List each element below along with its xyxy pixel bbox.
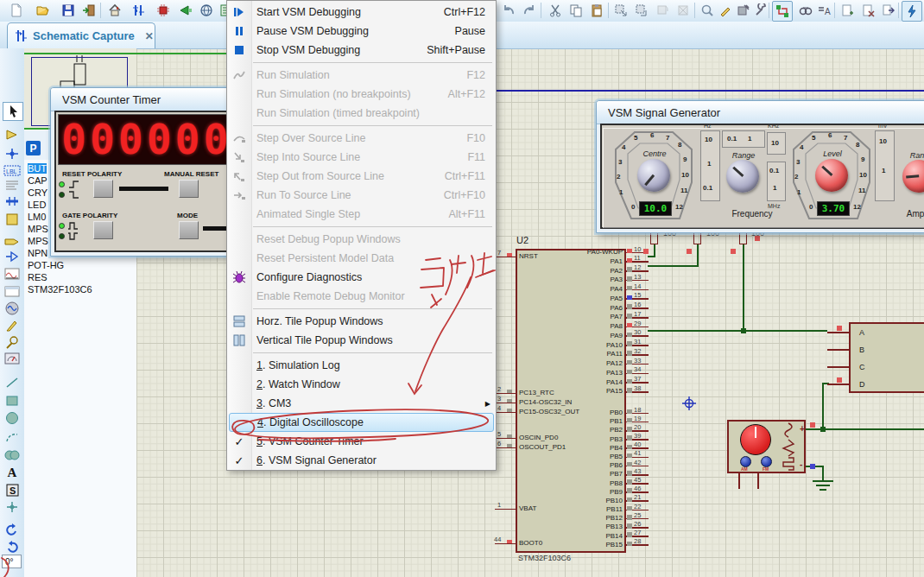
centre-label: Centre (624, 149, 685, 158)
siggen-window-titlebar[interactable]: VSM Signal Generator (597, 101, 924, 124)
remove-sheet-icon[interactable] (858, 1, 877, 20)
redo-icon[interactable] (520, 1, 539, 20)
menu-item-reset-persistent-model-data[interactable]: Reset Persistent Model Data (227, 249, 496, 268)
rotation-angle-field[interactable]: 0° (2, 555, 22, 568)
rotate-clockwise-icon[interactable] (3, 522, 22, 539)
zoom-icon[interactable] (698, 1, 717, 20)
rotate-anticlockwise-icon[interactable] (3, 539, 22, 556)
menu-item-reset-debug-popup-windows[interactable]: Reset Debug Popup Windows (227, 230, 496, 249)
pcb-layout-icon[interactable] (154, 1, 173, 20)
menu-item-step-over[interactable]: Step Over Source LineF10 (227, 129, 496, 148)
menu-item-enable-remote-debug-monitor[interactable]: Enable Remote Debug Monitor (227, 287, 496, 306)
mode-button[interactable] (179, 221, 199, 239)
web-icon[interactable] (197, 1, 216, 20)
tape-recorder-icon[interactable] (3, 282, 22, 300)
2d-path-icon[interactable] (3, 447, 22, 464)
menu-item-vsm-signal-generator[interactable]: ✓ 6. VSM Signal Generator (227, 451, 496, 470)
2d-circle-icon[interactable] (3, 409, 22, 427)
copy-icon[interactable] (566, 1, 585, 20)
centre-knob[interactable] (637, 159, 670, 192)
save-icon[interactable] (59, 1, 78, 20)
new-sheet-icon[interactable] (838, 1, 857, 20)
pick-devices-button[interactable]: P (26, 141, 41, 155)
menu-item-step-into[interactable]: Step Into Source LineF11 (227, 148, 496, 167)
bus-mode-icon[interactable] (3, 193, 22, 210)
menu-item-run-simulation-timed-breakpoint[interactable]: Run Simulation (timed breakpoint) (227, 104, 496, 123)
import-icon[interactable] (79, 1, 98, 20)
2d-marker-icon[interactable] (3, 498, 22, 516)
component-list-item[interactable]: STM32F103C6 (24, 283, 136, 295)
menu-item-digital-oscilloscope[interactable]: 4. Digital Oscilloscope (229, 413, 494, 432)
voltage-probe-icon[interactable] (3, 317, 22, 334)
menu-item-animated-single-step[interactable]: Animated Single StepAlt+F11 (227, 205, 496, 224)
menu-item-vertical-tile-popup-windows[interactable]: Vertical Tile Popup Windows (227, 331, 496, 350)
paste-icon[interactable] (587, 1, 606, 20)
virtual-instrument-icon[interactable] (3, 350, 22, 367)
block-rotate-icon[interactable] (653, 1, 672, 20)
open-folder-icon[interactable] (33, 1, 52, 20)
counter-window-titlebar[interactable]: VSM Counter Timer (51, 88, 236, 111)
text-script-icon[interactable] (3, 176, 22, 193)
svg-text:A: A (825, 7, 831, 16)
menu-item-run-simulation[interactable]: Run SimulationF12 (227, 66, 496, 85)
property-assignment-icon[interactable]: A (815, 1, 834, 20)
menu-item-pause-vsm-debugging[interactable]: Pause VSM DebuggingPause (227, 22, 496, 41)
menu-item-step-out[interactable]: Step Out from Source LineCtrl+F11 (227, 167, 496, 186)
cut-icon[interactable] (546, 1, 565, 20)
tab-schematic-capture[interactable]: Schematic Capture ✕ (7, 22, 155, 48)
device-pin-icon[interactable] (3, 248, 22, 265)
electrical-rule-check-icon[interactable] (902, 1, 922, 22)
menu-item-simulation-log[interactable]: 1. Simulation Log (227, 356, 496, 375)
edit-properties-icon[interactable] (717, 1, 736, 20)
schematic-tab-icon (15, 29, 28, 42)
wrench-icon[interactable] (751, 1, 770, 20)
chip-pin-row: PA9 30 (516, 332, 654, 341)
block-copy-icon[interactable] (611, 1, 630, 20)
autoroute-icon[interactable] (772, 1, 793, 22)
2d-box-icon[interactable] (3, 392, 22, 409)
oscilloscope-part[interactable]: A B C D (849, 322, 924, 393)
component-list-item[interactable]: POT-HG (24, 259, 136, 271)
block-move-icon[interactable] (632, 1, 651, 20)
junction-dot-icon[interactable] (3, 145, 22, 162)
tab-close-icon[interactable]: ✕ (145, 30, 154, 42)
frequency-range-knob[interactable] (726, 160, 759, 193)
menu-item-horz-tile-popup-windows[interactable]: Horz. Tile Popup Windows (227, 312, 496, 331)
menu-item-cm3[interactable]: 3. CM3 ▶ (227, 394, 496, 413)
component-list-item[interactable]: RES (24, 271, 136, 283)
gate-polarity-button[interactable] (93, 221, 113, 239)
manual-reset-button[interactable] (179, 180, 199, 198)
2d-text-icon[interactable]: A (3, 464, 22, 481)
component-mode-icon[interactable] (3, 126, 22, 143)
2d-symbol-icon[interactable]: S (3, 481, 22, 498)
current-probe-icon[interactable] (3, 334, 22, 352)
pause-icon (229, 22, 250, 40)
menu-item-stop-vsm-debugging[interactable]: Stop VSM DebuggingShift+Pause (227, 41, 496, 60)
chip-config-icon[interactable] (734, 1, 753, 20)
menu-item-start-vsm-debugging[interactable]: Start VSM DebuggingCtrl+F12 (227, 3, 496, 22)
home-icon[interactable] (105, 1, 124, 20)
graph-mode-icon[interactable] (3, 265, 22, 282)
signal-generator-part[interactable]: AM FM + - (727, 420, 806, 473)
undo-icon[interactable] (499, 1, 518, 20)
block-delete-icon[interactable] (674, 1, 693, 20)
menu-item-run-to-source-line[interactable]: Run To Source LineCtrl+F10 (227, 186, 496, 205)
subcircuit-icon[interactable] (3, 211, 22, 228)
new-file-icon[interactable] (7, 1, 26, 20)
2d-line-icon[interactable] (3, 374, 22, 391)
3d-viewer-icon[interactable] (176, 1, 195, 20)
selection-mode-icon[interactable] (3, 102, 23, 121)
reset-polarity-button[interactable] (93, 180, 113, 198)
search-icon[interactable] (796, 1, 815, 20)
menu-item-watch-window[interactable]: 2. Watch Window (227, 375, 496, 394)
chip-pin-vbat: 1VBAT (492, 504, 604, 513)
menu-item-vsm-counter-timer[interactable]: ✓ 5. VSM Counter Timer (227, 432, 496, 451)
netlist-icon[interactable] (130, 1, 149, 20)
goto-sheet-icon[interactable] (879, 1, 898, 20)
menu-item-configure-diagnostics[interactable]: Configure Diagnostics (227, 268, 496, 287)
level-knob[interactable] (815, 159, 848, 192)
2d-arc-icon[interactable] (3, 428, 22, 446)
generator-mode-icon[interactable] (3, 300, 22, 317)
menu-item-run-simulation-no-breakpoints[interactable]: Run Simulation (no breakpoints)Alt+F12 (227, 85, 496, 104)
chip-pin-row: PB7 43 (516, 470, 654, 479)
